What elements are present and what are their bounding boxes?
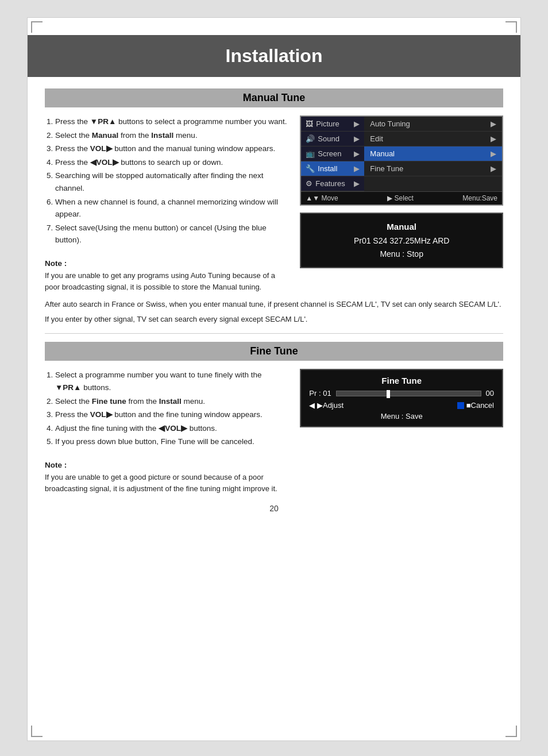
sound-arrow: ▶	[354, 134, 360, 143]
ft-step-3: Press the VOL▶ button and the fine tunin…	[55, 408, 288, 421]
picture-arrow: ▶	[354, 119, 360, 128]
corner-mark-tr	[505, 21, 517, 33]
manual-tune-title: Manual Tune	[45, 88, 503, 107]
note-extra2: If you enter by other signal, TV set can…	[45, 314, 503, 325]
ft-save-label: Menu : Save	[309, 412, 494, 421]
note-label: Note :	[45, 259, 67, 268]
right-item-manual: Manual ▶	[364, 146, 502, 161]
picture-icon: 🖼	[306, 119, 313, 128]
sound-label: Sound	[318, 134, 339, 143]
fine-tune-note: Note : If you are unable to get a good p…	[45, 460, 288, 495]
cancel-label: ■Cancel	[466, 401, 494, 410]
manual-tune-section: Manual Tune Press the ▼PR▲ buttons to se…	[45, 88, 503, 325]
ft-value: 00	[486, 389, 494, 398]
fine-tune-title: Fine Tune	[45, 342, 503, 361]
tv-menu-right: Auto Tuning ▶ Edit ▶ Manual ▶	[364, 117, 502, 191]
step-1: Press the ▼PR▲ buttons to select a progr…	[55, 115, 288, 128]
manual-tune-note: Note : If you are unable to get any prog…	[45, 258, 288, 293]
manual-tune-ui: 🖼 Picture ▶ 🔊 Sound ▶	[300, 115, 503, 293]
fine-tune-text: Select a programme number you want to tu…	[45, 369, 288, 495]
manual-status-line2: Menu : Stop	[309, 248, 494, 261]
fine-tune-slider-row: Pr : 01 00	[309, 389, 494, 398]
select-label: ▶ Select	[387, 194, 414, 202]
screen-arrow: ▶	[354, 149, 360, 158]
section-divider	[45, 333, 503, 334]
manual-status-title: Manual	[309, 219, 494, 234]
menu-item-sound: 🔊 Sound ▶	[301, 132, 364, 146]
note-text: If you are unable to get any programs us…	[45, 271, 275, 291]
right-item-edit: Edit ▶	[364, 132, 502, 146]
step-6: When a new channel is found, a channel m…	[55, 196, 288, 221]
screen-label: Screen	[318, 149, 341, 158]
fine-tune-box: Fine Tune Pr : 01 00 ◀ ▶Adjust	[300, 369, 503, 427]
install-icon: 🔧	[306, 164, 315, 173]
fine-tune-section: Fine Tune Select a programme number you …	[45, 342, 503, 495]
ft-note-label: Note :	[45, 461, 67, 469]
tv-menu-left: 🖼 Picture ▶ 🔊 Sound ▶	[301, 117, 364, 191]
step-2: Select the Manual from the Install menu.	[55, 129, 288, 142]
corner-mark-bl	[31, 726, 43, 737]
blue-square-icon	[457, 402, 464, 409]
finetune-label: Fine Tune	[370, 164, 403, 173]
manual-tune-steps: Press the ▼PR▲ buttons to select a progr…	[45, 115, 288, 246]
menu-item-features: ⚙ Features ▶	[301, 176, 364, 191]
manual-status-line1: Pr01 S24 327.25MHz ARD	[309, 234, 494, 248]
page-title: Installation	[45, 45, 503, 67]
manual-tune-text: Press the ▼PR▲ buttons to select a progr…	[45, 115, 288, 293]
tv-menu-content: 🖼 Picture ▶ 🔊 Sound ▶	[301, 117, 502, 191]
page-header: Installation	[28, 35, 520, 77]
fine-tune-controls: ◀ ▶Adjust ■Cancel	[309, 401, 494, 410]
ft-pr-label: Pr : 01	[309, 389, 331, 398]
move-label: ▲▼ Move	[306, 194, 338, 202]
fine-tune-steps: Select a programme number you want to tu…	[45, 369, 288, 448]
menu-item-screen: 📺 Screen ▶	[301, 146, 364, 161]
ft-step-2: Select the Fine tune from the Install me…	[55, 395, 288, 408]
sound-icon: 🔊	[306, 134, 315, 143]
slider-track	[336, 391, 481, 396]
menu-item-install: 🔧 Install ▶	[301, 161, 364, 176]
manual-label: Manual	[370, 149, 395, 158]
cancel-btn: ■Cancel	[457, 401, 494, 410]
ft-step-5: If you press down blue button, Fine Tune…	[55, 435, 288, 448]
finetune-arrow: ▶	[491, 164, 496, 173]
features-icon: ⚙	[306, 179, 312, 188]
ft-step-4: Adjust the fine tuning with the ◀VOL▶ bu…	[55, 422, 288, 435]
step-4: Press the ◀VOL▶ buttons to search up or …	[55, 156, 288, 169]
slider-thumb	[387, 390, 390, 398]
autotuning-arrow: ▶	[491, 119, 496, 128]
menu-save-label: Menu:Save	[462, 194, 497, 202]
step-5: Searching will be stopped automatically …	[55, 169, 288, 194]
right-item-autotuning: Auto Tuning ▶	[364, 117, 502, 132]
edit-arrow: ▶	[491, 134, 496, 143]
install-label: Install	[318, 164, 337, 173]
features-arrow: ▶	[354, 179, 360, 188]
manual-arrow: ▶	[491, 149, 496, 158]
edit-label: Edit	[370, 134, 383, 143]
tv-menu: 🖼 Picture ▶ 🔊 Sound ▶	[300, 115, 503, 206]
autotuning-label: Auto Tuning	[370, 119, 410, 128]
right-item-finetune: Fine Tune ▶	[364, 161, 502, 176]
step-7: Select save(Using the menu button) or ca…	[55, 222, 288, 246]
corner-mark-br	[505, 726, 517, 737]
ft-box-title: Fine Tune	[309, 376, 494, 385]
install-arrow: ▶	[354, 164, 360, 173]
tv-menu-bottom: ▲▼ Move ▶ Select Menu:Save	[301, 191, 502, 205]
ft-note-text: If you are unable to get a good picture …	[45, 473, 277, 493]
menu-item-picture: 🖼 Picture ▶	[301, 117, 364, 132]
features-label: Features	[315, 179, 345, 188]
ft-step-1: Select a programme number you want to tu…	[55, 369, 288, 394]
corner-mark-tl	[31, 21, 43, 33]
screen-icon: 📺	[306, 149, 315, 158]
fine-tune-ui-col: Fine Tune Pr : 01 00 ◀ ▶Adjust	[300, 369, 503, 495]
note-extra1: After auto search in France or Swiss, wh…	[45, 299, 503, 310]
step-3: Press the VOL▶ button and the manual tun…	[55, 142, 288, 155]
picture-label: Picture	[316, 119, 339, 128]
page-number: 20	[45, 504, 503, 513]
adjust-label: ◀ ▶Adjust	[309, 401, 344, 410]
manual-status-box: Manual Pr01 S24 327.25MHz ARD Menu : Sto…	[300, 213, 503, 268]
